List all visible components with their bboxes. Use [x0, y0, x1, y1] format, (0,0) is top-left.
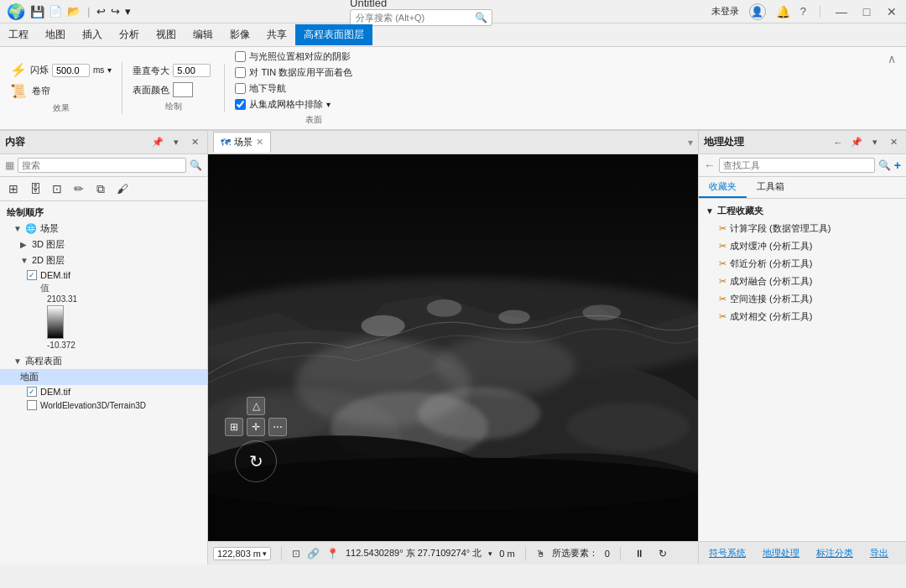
tree-item-dem-tif[interactable]: DEM.tif	[0, 268, 207, 282]
right-search-icon[interactable]: 🔍	[878, 159, 891, 171]
right-add-icon[interactable]: +	[894, 159, 901, 172]
right-item-calculate-field[interactable]: ✂ 计算字段 (数据管理工具)	[699, 220, 906, 237]
more-icon[interactable]: ▾	[125, 5, 131, 18]
menu-item-elevation[interactable]: 高程表面图层	[295, 24, 372, 45]
tree-item-dem-tif-ground[interactable]: DEM.tif	[0, 385, 207, 398]
maximize-button[interactable]: □	[859, 4, 874, 19]
right-item-spatial-join[interactable]: ✂ 空间连接 (分析工具)	[699, 290, 906, 308]
copy-icon[interactable]: ⊡	[292, 548, 300, 559]
tree-item-scene[interactable]: ▼ 🌐 场景	[0, 221, 207, 237]
surface-color-swatch[interactable]	[173, 82, 193, 97]
flash-dropdown-icon[interactable]: ▾	[107, 65, 112, 75]
tab-favorites[interactable]: 收藏夹	[699, 177, 747, 198]
menu-item-project[interactable]: 工程	[0, 24, 37, 45]
right-item-pair-buffer[interactable]: ✂ 成对缓冲 (分析工具)	[699, 237, 906, 255]
right-item-pair-intersect[interactable]: ✂ 成对相交 (分析工具)	[699, 308, 906, 325]
elevation-dropdown-icon[interactable]: ▾	[488, 549, 492, 558]
shadow-checkbox-label[interactable]: 与光照位置相对应的阴影	[235, 50, 393, 63]
help-icon[interactable]: ?	[800, 5, 806, 18]
paint-icon[interactable]: 🖌	[114, 180, 131, 197]
tree-item-2d-layers[interactable]: ▼ 2D 图层	[0, 252, 207, 268]
left-panel-menu-icon[interactable]: ▾	[169, 135, 184, 150]
left-search-input[interactable]	[18, 158, 186, 173]
2d-label: 2D 图层	[32, 254, 65, 267]
tree-item-ground[interactable]: 地面	[0, 369, 207, 385]
map-canvas[interactable]: △ ⊞ ✛ ⋯ ↻	[208, 154, 698, 541]
tin-checkbox-label[interactable]: 对 TIN 数据应用平面着色	[235, 66, 393, 79]
right-item-pair-dissolve[interactable]: ✂ 成对融合 (分析工具)	[699, 273, 906, 290]
dem-tif-ground-checkbox[interactable]	[27, 387, 37, 397]
search-icon[interactable]: 🔍	[190, 159, 202, 171]
navigate-button[interactable]: ✛	[247, 418, 265, 436]
new-icon[interactable]: 📄	[49, 5, 62, 18]
scene-tab-close[interactable]: ✕	[256, 137, 263, 148]
undo-icon[interactable]: ↩	[96, 5, 106, 18]
tin-checkbox[interactable]	[235, 67, 246, 78]
menu-item-map[interactable]: 地图	[37, 24, 74, 45]
underground-checkbox-label[interactable]: 地下导航	[235, 82, 393, 95]
flash-input[interactable]	[52, 64, 90, 77]
scene-tab[interactable]: 🗺 场景 ✕	[213, 132, 271, 153]
tab-toolbox[interactable]: 工具箱	[747, 177, 794, 198]
scale-dropdown[interactable]: 122,803 m ▾	[213, 547, 271, 560]
right-back-btn[interactable]: ←	[704, 159, 716, 172]
right-panel-menu-icon[interactable]: ▾	[867, 135, 883, 150]
left-panel-close-icon[interactable]: ✕	[187, 135, 202, 150]
redo-icon[interactable]: ↪	[111, 5, 120, 18]
tool-icon-pair-buffer: ✂	[719, 241, 726, 252]
terrain-svg	[208, 154, 698, 541]
database-icon[interactable]: 🗄	[27, 180, 44, 197]
geoprocessing-tab[interactable]: 地理处理	[756, 545, 806, 561]
symbology-tab[interactable]: 符号系统	[702, 545, 752, 561]
title-search-bar[interactable]: 🔍	[350, 9, 492, 26]
link-icon[interactable]: 🔗	[307, 548, 320, 559]
map-dropdown-icon[interactable]: ▾	[688, 137, 693, 148]
right-search-input[interactable]	[719, 158, 875, 173]
app-logo-icon: 🌍	[7, 3, 25, 21]
shadow-checkbox[interactable]	[235, 51, 246, 62]
dem-tif-checkbox[interactable]	[27, 270, 37, 280]
refresh-button[interactable]: ↻	[654, 545, 671, 562]
ribbon-collapse-button[interactable]: ∧	[888, 52, 896, 65]
menu-item-analysis[interactable]: 分析	[111, 24, 148, 45]
vertical-exaggeration-input[interactable]	[173, 64, 211, 77]
minimize-button[interactable]: —	[834, 4, 849, 19]
open-icon[interactable]: 📂	[67, 5, 81, 18]
exclude-mesh-dropdown-icon[interactable]: ▾	[326, 100, 331, 109]
exclude-mesh-checkbox[interactable]	[235, 99, 246, 110]
pin-icon[interactable]: 📌	[150, 135, 165, 150]
export-tab[interactable]: 导出	[863, 545, 895, 561]
tool-icon-near-analysis: ✂	[719, 258, 726, 269]
label-classification-tab[interactable]: 标注分类	[810, 545, 860, 561]
menu-item-share[interactable]: 共享	[258, 24, 295, 45]
close-button[interactable]: ✕	[884, 4, 899, 19]
world-elevation-checkbox[interactable]	[27, 400, 37, 410]
tree-item-elevation-surface[interactable]: ▼ 高程表面	[0, 353, 207, 369]
compass-control[interactable]: ↻	[235, 440, 277, 482]
menu-item-view[interactable]: 视图	[148, 24, 185, 45]
right-pin-icon[interactable]: 📌	[849, 135, 864, 150]
right-item-near-analysis[interactable]: ✂ 邻近分析 (分析工具)	[699, 255, 906, 273]
coordinates-icon[interactable]: 📍	[326, 548, 339, 559]
group-layers-icon[interactable]: ⧉	[92, 180, 109, 197]
pan-up-button[interactable]: △	[247, 397, 265, 415]
zoom-extent-button[interactable]: ⊞	[225, 418, 243, 436]
underground-checkbox[interactable]	[235, 83, 246, 94]
save-icon[interactable]: 💾	[30, 5, 44, 18]
menu-item-insert[interactable]: 插入	[74, 24, 111, 45]
tree-item-3d-layers[interactable]: ▶ 3D 图层	[0, 237, 207, 252]
user-avatar-icon[interactable]: 👤	[749, 3, 766, 20]
title-search-input[interactable]	[356, 13, 471, 23]
notification-icon[interactable]: 🔔	[776, 5, 790, 18]
filter-layers-icon[interactable]: ⊡	[49, 180, 65, 197]
right-section-project-favorites[interactable]: ▼ 工程收藏夹	[699, 202, 906, 220]
edit-icon[interactable]: ✏	[70, 180, 87, 197]
extra-button[interactable]: ⋯	[268, 418, 287, 436]
menu-item-edit[interactable]: 编辑	[185, 24, 221, 45]
right-back-icon[interactable]: ←	[830, 135, 846, 150]
add-layer-icon[interactable]: ⊞	[5, 180, 22, 197]
pause-button[interactable]: ⏸	[631, 545, 648, 562]
right-panel-close-icon[interactable]: ✕	[886, 135, 901, 150]
tree-item-world-elevation[interactable]: WorldElevation3D/Terrain3D	[0, 398, 207, 412]
menu-item-imagery[interactable]: 影像	[221, 24, 258, 45]
